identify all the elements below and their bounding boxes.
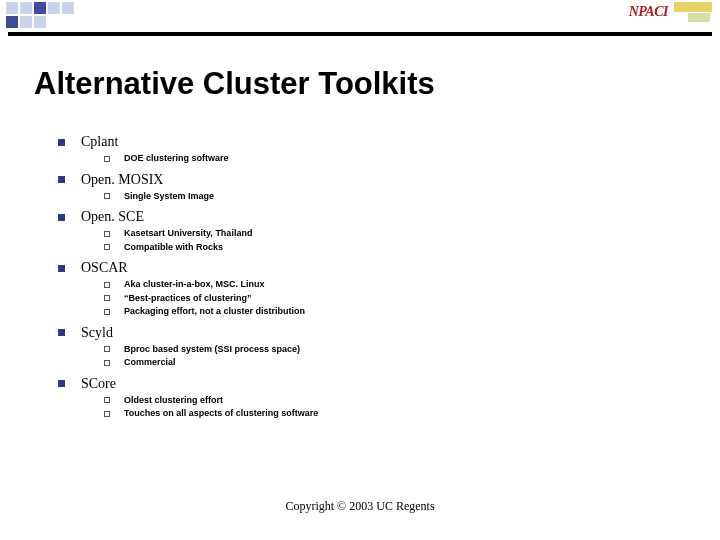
copyright-footer: Copyright © 2003 UC Regents xyxy=(0,499,720,514)
item-label: Open. MOSIX xyxy=(81,172,163,188)
bullet-square-icon xyxy=(58,176,65,183)
sub-label: Bproc based system (SSI process space) xyxy=(124,343,300,357)
bullet-hollow-icon xyxy=(104,411,110,417)
sub-label: Kasetsart University, Thailand xyxy=(124,227,252,241)
list-item: Cplant DOE clustering software xyxy=(58,134,690,166)
bullet-hollow-icon xyxy=(104,156,110,162)
bullet-square-icon xyxy=(58,380,65,387)
bullet-hollow-icon xyxy=(104,231,110,237)
sub-label: Compatible with Rocks xyxy=(124,241,223,255)
sub-label: Aka cluster-in-a-box, MSC. Linux xyxy=(124,278,265,292)
list-item: Open. MOSIX Single System Image xyxy=(58,172,690,204)
sub-label: Single System Image xyxy=(124,190,214,204)
sub-label: Touches on all aspects of clustering sof… xyxy=(124,407,318,421)
badge-icon xyxy=(674,2,712,22)
sub-label: DOE clustering software xyxy=(124,152,229,166)
bullet-square-icon xyxy=(58,265,65,272)
decorative-squares xyxy=(0,0,74,28)
bullet-hollow-icon xyxy=(104,244,110,250)
bullet-hollow-icon xyxy=(104,346,110,352)
header-logos: NPACI xyxy=(629,0,720,22)
bullet-square-icon xyxy=(58,214,65,221)
list-item: OSCAR Aka cluster-in-a-box, MSC. Linux “… xyxy=(58,260,690,319)
sub-label: Packaging effort, not a cluster distribu… xyxy=(124,305,305,319)
item-label: SCore xyxy=(81,376,116,392)
bullet-hollow-icon xyxy=(104,282,110,288)
list-item: Scyld Bproc based system (SSI process sp… xyxy=(58,325,690,370)
sub-label: “Best-practices of clustering” xyxy=(124,292,252,306)
list-item: SCore Oldest clustering effort Touches o… xyxy=(58,376,690,421)
list-item: Open. SCE Kasetsart University, Thailand… xyxy=(58,209,690,254)
header-divider xyxy=(8,32,712,36)
npaci-logo: NPACI xyxy=(629,4,668,20)
sub-label: Commercial xyxy=(124,356,176,370)
bullet-hollow-icon xyxy=(104,295,110,301)
slide-title: Alternative Cluster Toolkits xyxy=(34,66,435,102)
bullet-hollow-icon xyxy=(104,309,110,315)
item-label: Open. SCE xyxy=(81,209,144,225)
item-label: Cplant xyxy=(81,134,118,150)
bullet-hollow-icon xyxy=(104,360,110,366)
bullet-hollow-icon xyxy=(104,193,110,199)
bullet-square-icon xyxy=(58,139,65,146)
bullet-hollow-icon xyxy=(104,397,110,403)
item-label: Scyld xyxy=(81,325,113,341)
bullet-content: Cplant DOE clustering software Open. MOS… xyxy=(58,134,690,427)
bullet-square-icon xyxy=(58,329,65,336)
item-label: OSCAR xyxy=(81,260,128,276)
slide-header: NPACI xyxy=(0,0,720,32)
sub-label: Oldest clustering effort xyxy=(124,394,223,408)
